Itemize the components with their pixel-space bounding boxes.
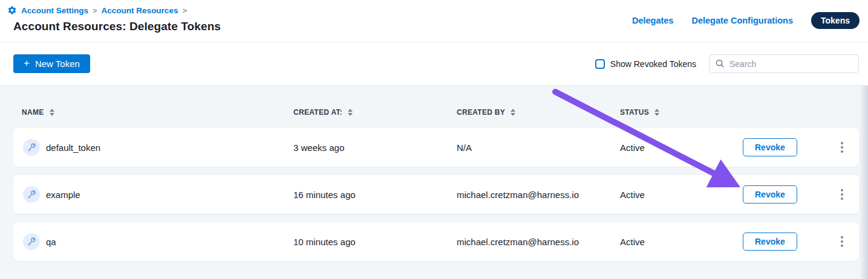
- column-label-status: STATUS: [620, 108, 649, 117]
- column-label-created-at: CREATED AT:: [293, 108, 342, 117]
- breadcrumb: Account Settings > Account Resources >: [7, 5, 187, 15]
- token-key-icon: [23, 186, 40, 203]
- tab-delegate-configurations[interactable]: Delegate Configurations: [691, 16, 793, 25]
- token-status: Active: [620, 143, 743, 153]
- token-name: default_token: [46, 143, 100, 153]
- page-title: Account Resources: Delegate Tokens: [13, 20, 221, 33]
- header-nav: Delegates Delegate Configurations Tokens: [632, 12, 860, 29]
- token-key-icon: [23, 139, 40, 156]
- new-token-label: New Token: [35, 59, 80, 69]
- sort-icon: [50, 109, 54, 116]
- token-created-by: N/A: [457, 143, 620, 153]
- token-created-at: 3 weeks ago: [293, 143, 457, 153]
- table-row-example[interactable]: example 16 minutes ago michael.cretzman@…: [13, 175, 859, 214]
- column-header-status[interactable]: STATUS: [620, 108, 743, 117]
- plus-icon: +: [24, 58, 30, 68]
- new-token-button[interactable]: + New Token: [13, 54, 90, 73]
- breadcrumb-separator: >: [93, 6, 97, 15]
- token-created-by: michael.cretzman@harness.io: [457, 190, 620, 200]
- kebab-menu-icon[interactable]: [837, 138, 847, 156]
- breadcrumb-account-settings[interactable]: Account Settings: [21, 6, 88, 15]
- tab-delegates[interactable]: Delegates: [632, 16, 674, 25]
- gear-icon: [7, 5, 17, 15]
- token-status: Active: [620, 237, 743, 247]
- sort-icon: [348, 109, 353, 116]
- show-revoked-label: Show Revoked Tokens: [610, 59, 696, 69]
- kebab-menu-icon[interactable]: [837, 232, 847, 251]
- show-revoked-toggle[interactable]: Show Revoked Tokens: [595, 59, 696, 69]
- token-key-icon: [23, 233, 40, 250]
- column-header-name[interactable]: NAME: [13, 108, 293, 117]
- page-header: Account Settings > Account Resources > A…: [0, 0, 868, 42]
- table-row-qa[interactable]: qa 10 minutes ago michael.cretzman@harne…: [13, 222, 859, 261]
- tab-tokens[interactable]: Tokens: [811, 12, 860, 29]
- table-row-default-token[interactable]: default_token 3 weeks ago N/A Active Rev…: [13, 128, 859, 167]
- sort-icon: [511, 109, 515, 116]
- revoke-button[interactable]: Revoke: [743, 138, 797, 156]
- search-input[interactable]: [709, 54, 859, 73]
- table-header-row: NAME CREATED AT: CREATED BY STATUS: [13, 106, 859, 118]
- kebab-menu-icon[interactable]: [837, 185, 847, 204]
- breadcrumb-account-resources[interactable]: Account Resources: [102, 6, 178, 15]
- revoke-button[interactable]: Revoke: [743, 185, 797, 204]
- sort-icon: [654, 109, 659, 116]
- token-name: qa: [46, 237, 56, 247]
- token-created-at: 16 minutes ago: [293, 190, 457, 200]
- column-label-created-by: CREATED BY: [457, 108, 505, 117]
- token-created-by: michael.cretzman@harness.io: [457, 237, 620, 247]
- show-revoked-checkbox[interactable]: [595, 59, 605, 69]
- tokens-table: NAME CREATED AT: CREATED BY STATUS defau…: [0, 86, 868, 279]
- column-header-created-at[interactable]: CREATED AT:: [293, 108, 457, 117]
- breadcrumb-separator: >: [182, 6, 187, 15]
- token-status: Active: [620, 190, 743, 200]
- column-label-name: NAME: [22, 108, 44, 117]
- toolbar-right: Show Revoked Tokens: [595, 54, 859, 73]
- column-header-created-by[interactable]: CREATED BY: [457, 108, 620, 117]
- token-name: example: [46, 190, 80, 200]
- revoke-button[interactable]: Revoke: [743, 232, 797, 251]
- search-box: [709, 54, 859, 73]
- token-created-at: 10 minutes ago: [293, 237, 457, 247]
- toolbar: + New Token Show Revoked Tokens: [0, 42, 868, 86]
